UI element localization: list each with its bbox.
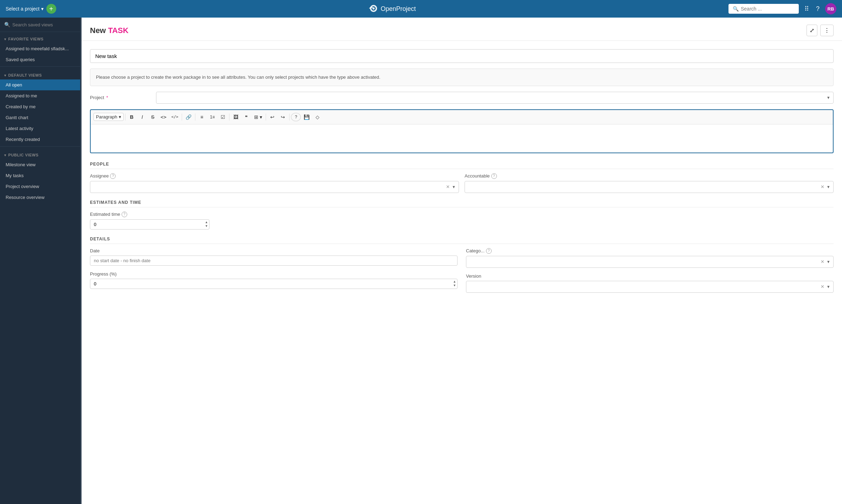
estimates-area: Estimated time ? ▲ ▼ <box>90 212 209 230</box>
editor-body[interactable] <box>91 124 833 153</box>
assignee-select[interactable]: ✕ ▾ <box>90 181 459 193</box>
code-block-button[interactable]: </> <box>169 112 181 122</box>
blockquote-button[interactable]: ❝ <box>241 112 251 122</box>
estimated-time-down-button[interactable]: ▼ <box>205 224 208 228</box>
editor-container: Paragraph ▾ B I S <> </> 🔗 ≡ 1≡ ☑ <box>90 109 834 153</box>
top-nav: Select a project ▾ + OpenProject 🔍 ⠿ ? R… <box>0 0 842 18</box>
project-select-field[interactable]: ▾ <box>156 92 834 104</box>
assignee-clear-icon[interactable]: ✕ <box>446 184 450 189</box>
sidebar-default-label: DEFAULT VIEWS <box>8 73 42 77</box>
version-clear-icon[interactable]: ✕ <box>821 284 824 289</box>
sidebar-item-milestone-view[interactable]: Milestone view <box>0 159 80 170</box>
estimated-time-label-row: Estimated time ? <box>90 212 209 217</box>
date-field: Date <box>90 248 458 266</box>
bold-button[interactable]: B <box>127 112 137 122</box>
undo-button[interactable]: ↩ <box>267 112 277 122</box>
global-search-input[interactable] <box>741 6 794 12</box>
sidebar-section-public: ▾ PUBLIC VIEWS Milestone view My tasks P… <box>0 151 80 203</box>
estimated-time-input-wrap: ▲ ▼ <box>90 219 209 230</box>
sidebar-search-icon: 🔍 <box>4 22 10 27</box>
project-select-label: Select a project <box>6 6 40 12</box>
sidebar-item-project-overview[interactable]: Project overview <box>0 181 80 192</box>
sidebar-item-latest-activity[interactable]: Latest activity <box>0 123 80 134</box>
global-search-box[interactable]: 🔍 <box>728 4 799 14</box>
details-grid: Date Progress (%) ▲ ▼ <box>90 248 834 293</box>
progress-input[interactable] <box>90 279 458 289</box>
people-grid: Assignee ? ✕ ▾ Accountable ? <box>90 173 834 193</box>
ordered-list-button[interactable]: 1≡ <box>207 112 217 122</box>
progress-down-button[interactable]: ▼ <box>453 284 456 287</box>
save-draft-button[interactable]: 💾 <box>302 112 312 122</box>
date-label-row: Date <box>90 248 458 253</box>
category-select[interactable]: ✕ ▾ <box>466 256 834 268</box>
estimated-time-input[interactable] <box>90 219 209 230</box>
grid-icon-button[interactable]: ⠿ <box>803 4 810 14</box>
sidebar-public-label: PUBLIC VIEWS <box>8 153 39 157</box>
add-project-button[interactable]: + <box>46 4 56 14</box>
version-select[interactable]: ✕ ▾ <box>466 281 834 293</box>
expand-button[interactable]: ⤢ <box>807 25 817 36</box>
avatar[interactable]: RB <box>825 3 836 14</box>
sidebar-favorite-label: FAVORITE VIEWS <box>8 37 44 41</box>
category-label-row: Catego... ? <box>466 248 834 254</box>
task-name-input[interactable] <box>90 49 834 63</box>
paragraph-select[interactable]: Paragraph ▾ <box>93 113 124 121</box>
image-button[interactable]: 🖼 <box>231 112 241 122</box>
sidebar-item-gantt-chart[interactable]: Gantt chart <box>0 112 80 123</box>
table-button[interactable]: ⊞ ▾ <box>252 112 264 122</box>
accountable-label-row: Accountable ? <box>465 173 834 179</box>
redo-button[interactable]: ↪ <box>278 112 288 122</box>
nav-left: Select a project ▾ + <box>6 4 56 14</box>
project-select-controls: ▾ <box>827 95 830 100</box>
main-content: New TASK ⤢ ⋮ Please choose a project to … <box>82 18 842 504</box>
accountable-help-icon[interactable]: ? <box>491 173 497 179</box>
page-header: New TASK ⤢ ⋮ <box>82 18 842 41</box>
sidebar-item-created-by-me[interactable]: Created by me <box>0 101 80 112</box>
italic-button[interactable]: I <box>137 112 147 122</box>
strikethrough-button[interactable]: S <box>148 112 158 122</box>
sidebar-item-assigned-to-me[interactable]: Assigned to me <box>0 90 80 101</box>
category-clear-icon[interactable]: ✕ <box>821 259 824 264</box>
sidebar-item-my-tasks[interactable]: My tasks <box>0 170 80 181</box>
help-formatting-button[interactable]: ? <box>291 113 301 121</box>
nav-right: 🔍 ⠿ ? RB <box>728 3 836 14</box>
estimated-time-help-icon[interactable]: ? <box>122 212 127 217</box>
inline-code-button[interactable]: <> <box>158 112 169 122</box>
toolbar-divider-1 <box>125 114 125 121</box>
sidebar-search-input[interactable] <box>12 22 76 27</box>
sidebar-favorite-header[interactable]: ▾ FAVORITE VIEWS <box>0 35 80 43</box>
title-suffix: TASK <box>108 26 128 35</box>
sidebar-public-header[interactable]: ▾ PUBLIC VIEWS <box>0 151 80 159</box>
bullet-list-button[interactable]: ≡ <box>197 112 207 122</box>
assignee-help-icon[interactable]: ? <box>110 173 116 179</box>
sidebar-item-favorite-0[interactable]: Assigned to meeefald sfladsk... <box>0 43 80 54</box>
sidebar-item-recently-created[interactable]: Recently created <box>0 134 80 145</box>
code-view-button[interactable]: ◇ <box>312 112 322 122</box>
sidebar-default-header[interactable]: ▾ DEFAULT VIEWS <box>0 71 80 79</box>
accountable-clear-icon[interactable]: ✕ <box>821 184 824 189</box>
header-actions: ⤢ ⋮ <box>807 25 834 36</box>
sidebar-item-favorite-1[interactable]: Saved queries <box>0 54 80 65</box>
category-label: Catego... <box>466 248 485 253</box>
task-list-button[interactable]: ☑ <box>218 112 228 122</box>
toolbar-divider-2 <box>182 114 182 121</box>
category-help-icon[interactable]: ? <box>486 248 492 254</box>
sidebar-item-all-open[interactable]: All open <box>0 79 80 90</box>
help-icon-button[interactable]: ? <box>815 4 821 14</box>
more-options-button[interactable]: ⋮ <box>820 25 834 36</box>
chevron-down-icon-2: ▾ <box>4 73 6 77</box>
project-select-button[interactable]: Select a project ▾ <box>6 6 44 12</box>
logo-text: OpenProject <box>381 5 416 13</box>
version-label-row: Version <box>466 273 834 279</box>
link-button[interactable]: 🔗 <box>183 112 194 122</box>
accountable-select[interactable]: ✕ ▾ <box>465 181 834 193</box>
form-area: Please choose a project to create the wo… <box>82 41 842 301</box>
info-box: Please choose a project to create the wo… <box>90 69 834 86</box>
progress-up-button[interactable]: ▲ <box>453 280 456 284</box>
estimates-section-title: ESTIMATES AND TIME <box>90 200 834 207</box>
date-input[interactable] <box>90 256 458 266</box>
app-logo: OpenProject <box>369 5 416 13</box>
editor-toolbar: Paragraph ▾ B I S <> </> 🔗 ≡ 1≡ ☑ <box>91 110 833 124</box>
sidebar-item-resource-overview[interactable]: Resource overview <box>0 192 80 203</box>
estimated-time-up-button[interactable]: ▲ <box>205 220 208 224</box>
